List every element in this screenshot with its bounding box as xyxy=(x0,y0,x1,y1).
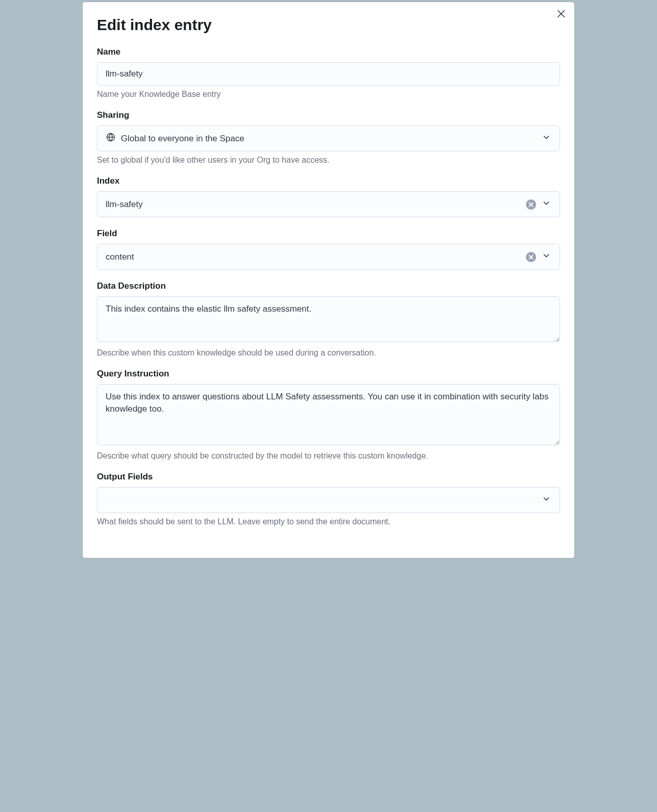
close-button[interactable] xyxy=(554,7,568,21)
field-label: Field xyxy=(97,229,560,239)
modal-title: Edit index entry xyxy=(97,16,560,34)
chevron-down-icon xyxy=(541,494,551,506)
sharing-field-group: Sharing Global to everyone in the Space … xyxy=(97,110,560,165)
edit-index-entry-modal: Edit index entry Name Name your Knowledg… xyxy=(82,2,575,559)
sharing-select[interactable]: Global to everyone in the Space xyxy=(97,125,560,151)
name-help: Name your Knowledge Base entry xyxy=(97,90,560,99)
output-fields-label: Output Fields xyxy=(97,472,560,482)
data-description-field-group: Data Description Describe when this cust… xyxy=(97,281,560,358)
index-label: Index xyxy=(97,176,560,186)
field-value: content xyxy=(106,252,134,262)
query-instruction-label: Query Instruction xyxy=(97,369,560,379)
query-instruction-field-group: Query Instruction Describe what query sh… xyxy=(97,369,560,461)
clear-index-button[interactable] xyxy=(526,199,536,210)
index-select[interactable]: llm-safety xyxy=(97,191,560,217)
field-field-group: Field content xyxy=(97,229,560,270)
name-label: Name xyxy=(97,47,560,57)
output-fields-help: What fields should be sent to the LLM. L… xyxy=(97,517,560,526)
index-field-group: Index llm-safety xyxy=(97,176,560,217)
name-input[interactable] xyxy=(97,62,560,86)
close-icon xyxy=(557,9,566,20)
sharing-value: Global to everyone in the Space xyxy=(121,134,244,144)
sharing-help: Set to global if you'd like other users … xyxy=(97,156,560,165)
query-instruction-help: Describe what query should be constructe… xyxy=(97,451,560,461)
output-fields-select[interactable] xyxy=(97,487,560,513)
chevron-down-icon xyxy=(541,250,551,263)
query-instruction-textarea[interactable] xyxy=(97,384,560,445)
data-description-help: Describe when this custom knowledge shou… xyxy=(97,348,560,358)
clear-field-button[interactable] xyxy=(526,252,536,262)
data-description-textarea[interactable] xyxy=(97,296,560,342)
output-fields-field-group: Output Fields What fields should be sent… xyxy=(97,472,560,526)
globe-icon xyxy=(106,132,116,145)
chevron-down-icon xyxy=(541,132,551,145)
field-select[interactable]: content xyxy=(97,244,560,270)
sharing-label: Sharing xyxy=(97,110,560,120)
chevron-down-icon xyxy=(541,198,551,211)
name-field-group: Name Name your Knowledge Base entry xyxy=(97,47,560,99)
index-value: llm-safety xyxy=(106,199,143,210)
data-description-label: Data Description xyxy=(97,281,560,291)
